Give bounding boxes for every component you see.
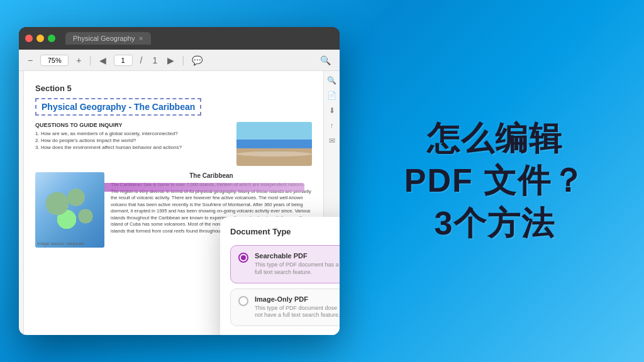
questions-label: QUESTIONS TO GUIDE INQUIRY	[35, 122, 230, 128]
tab-close-icon[interactable]: ✕	[138, 35, 143, 42]
image-only-pdf-text: Image-Only PDF This type of PDF document…	[255, 295, 340, 319]
toolbar-right: 🔍	[318, 54, 333, 67]
close-window-btn[interactable]	[25, 35, 33, 42]
pdf-window: Physical Geography ✕ − + | ◀ / 1 ▶ | 💬 🔍	[19, 27, 340, 335]
pdf-tab[interactable]: Physical Geography ✕	[65, 32, 151, 45]
image-only-radio[interactable]	[238, 296, 248, 306]
image-only-pdf-option[interactable]: Image-Only PDF This type of PDF document…	[230, 288, 340, 326]
map-caption: Image source: wikipedia	[37, 241, 84, 246]
searchable-pdf-text: Searchable PDF This type of PDF document…	[255, 252, 340, 276]
minimize-window-btn[interactable]	[36, 35, 44, 42]
zoom-out-icon[interactable]: −	[25, 54, 35, 67]
comment-icon[interactable]: 💬	[189, 54, 205, 67]
separator2: |	[182, 55, 184, 66]
question-1: 1. How are we, as members of a global so…	[35, 131, 230, 136]
searchable-pdf-desc: This type of PDF document has a full tex…	[255, 261, 340, 276]
questions-section: QUESTIONS TO GUIDE INQUIRY 1. How are we…	[35, 122, 312, 166]
sidebar-search-icon[interactable]: 🔍	[327, 76, 336, 85]
tab-label: Physical Geography	[73, 35, 135, 42]
sidebar-share-icon[interactable]: ↑	[330, 121, 334, 130]
sidebar-download-icon[interactable]: ⬇	[329, 106, 335, 115]
sidebar-page-icon[interactable]: 📄	[327, 91, 336, 100]
dialog-title: Document Type	[230, 227, 340, 236]
separator: |	[89, 55, 91, 66]
beach-image	[236, 122, 312, 166]
question-2: 2. How do people's actions impact the wo…	[35, 138, 230, 143]
page-separator: /	[138, 54, 145, 67]
sidebar-mail-icon[interactable]: ✉	[329, 136, 335, 145]
prev-page-icon[interactable]: ◀	[97, 54, 109, 67]
title-bar: Physical Geography ✕	[19, 27, 340, 50]
page-input[interactable]	[114, 55, 133, 66]
image-only-pdf-label: Image-Only PDF	[255, 295, 340, 303]
tab-area: Physical Geography ✕	[65, 32, 333, 45]
window-controls	[25, 35, 55, 42]
zoom-in-icon[interactable]: +	[74, 54, 84, 67]
toolbar: − + | ◀ / 1 ▶ | 💬 🔍	[19, 50, 340, 71]
viewer-container: Physical Geography ✕ − + | ◀ / 1 ▶ | 💬 🔍	[19, 27, 371, 348]
question-3: 3. How does the environment affect human…	[35, 145, 230, 150]
searchable-pdf-option[interactable]: Searchable PDF This type of PDF document…	[230, 245, 340, 283]
next-page-icon[interactable]: ▶	[165, 54, 177, 67]
left-sidebar	[19, 71, 24, 335]
chinese-heading: 怎么编辑PDF 文件？3个方法	[404, 118, 586, 245]
searchable-pdf-label: Searchable PDF	[255, 252, 340, 260]
article-heading: The Caribbean	[111, 172, 312, 179]
page-total: 1	[150, 54, 160, 67]
pdf-title: Physical Geography - The Caribbean	[35, 98, 201, 116]
chinese-text-section: 怎么编辑PDF 文件？3个方法	[371, 118, 644, 245]
zoom-input[interactable]	[40, 55, 69, 66]
questions-text: QUESTIONS TO GUIDE INQUIRY 1. How are we…	[35, 122, 230, 166]
document-type-dialog: Document Type Searchable PDF This type o…	[220, 217, 340, 335]
searchable-radio[interactable]	[238, 253, 248, 263]
maximize-window-btn[interactable]	[48, 35, 55, 42]
search-icon[interactable]: 🔍	[318, 54, 333, 67]
image-only-pdf-desc: This type of PDF document dose not have …	[255, 305, 340, 319]
map-image: Image source: wikipedia	[35, 172, 104, 248]
section-label: Section 5	[35, 84, 312, 93]
